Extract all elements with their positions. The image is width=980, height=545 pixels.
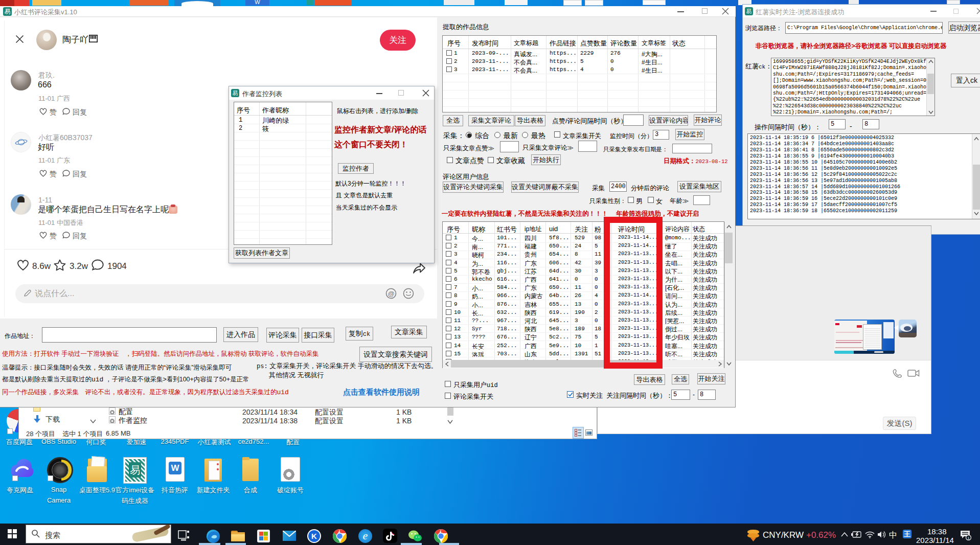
- svg-text:@: @: [388, 290, 394, 298]
- svg-text:1: 1: [967, 536, 970, 540]
